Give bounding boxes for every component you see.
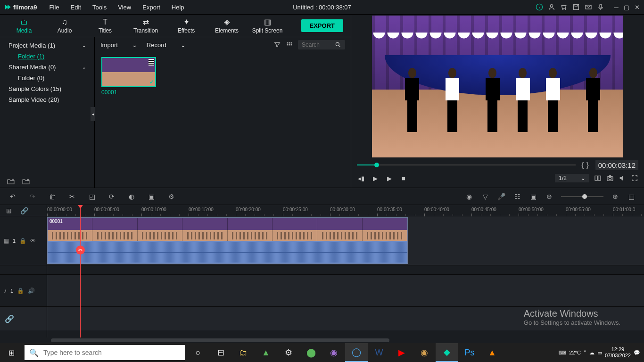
menu-help[interactable]: Help (167, 2, 189, 13)
crop-button[interactable]: ◰ (88, 192, 96, 201)
preview-viewport[interactable] (372, 16, 623, 157)
timeline-tracks[interactable]: 00:00:00:0000:00:05:0000:00:10:0000:00:1… (47, 205, 644, 337)
tab-audio[interactable]: ♫Audio (44, 15, 85, 37)
preview-quality-select[interactable]: 1/2⌄ (555, 174, 589, 182)
minimize-button[interactable]: ─ (613, 4, 619, 10)
link-icon[interactable]: 🔗 (20, 206, 28, 215)
split-button[interactable]: ✂ (68, 192, 76, 201)
tree-sample-video[interactable]: Sample Video (20) (0, 94, 94, 105)
tree-project-media[interactable]: Project Media (1)⌄ (0, 40, 94, 51)
tab-effects[interactable]: ✦Effects (166, 15, 206, 37)
grid-view-icon[interactable] (286, 41, 293, 49)
edge-icon[interactable]: ◯ (345, 343, 368, 362)
app-icon-3[interactable]: ◉ (322, 343, 345, 362)
battery-icon[interactable]: ▭ (597, 350, 602, 356)
tab-media[interactable]: 🗀Media (4, 15, 44, 37)
tree-folder-0[interactable]: Folder (0) (0, 73, 94, 83)
menu-edit[interactable]: Edit (66, 2, 86, 13)
fullscreen-icon[interactable] (631, 174, 638, 182)
adjust-button[interactable]: ⚙ (167, 192, 175, 201)
weather-temp[interactable]: 22°C (569, 350, 581, 355)
track-manager-icon[interactable]: ⊞ (5, 206, 13, 215)
timeline-clip[interactable]: 00001 (47, 217, 408, 264)
taskbar-search-input[interactable] (43, 349, 180, 356)
account-icon[interactable] (548, 3, 555, 11)
snapshot-icon[interactable] (606, 174, 614, 182)
zoom-in-button[interactable]: ⊕ (611, 192, 619, 201)
seek-thumb[interactable] (374, 163, 379, 167)
new-folder-icon[interactable] (7, 177, 15, 186)
timeline-ruler[interactable]: 00:00:00:0000:00:05:0000:00:10:0000:00:1… (47, 205, 644, 216)
lock-icon[interactable]: 🔒 (19, 238, 26, 244)
filmora-taskbar-icon[interactable]: ◆ (436, 343, 458, 362)
lock-icon[interactable]: 🔒 (17, 288, 24, 294)
green-screen-button[interactable]: ▣ (147, 192, 156, 201)
settings-icon[interactable]: ⚙ (277, 343, 300, 362)
search-input[interactable] (302, 41, 335, 48)
cart-icon[interactable] (560, 3, 568, 11)
onedrive-icon[interactable]: ☁ (589, 350, 594, 356)
tray-chevron-icon[interactable]: ˄ (584, 350, 586, 356)
task-view-icon[interactable]: ⊟ (209, 343, 232, 362)
search-icon[interactable] (335, 41, 341, 48)
volume-icon[interactable] (619, 174, 626, 182)
tab-split-screen[interactable]: ▥Split Screen (247, 15, 288, 37)
mark-in-icon[interactable]: { (581, 161, 584, 169)
mic-icon[interactable] (597, 3, 604, 11)
stop-button[interactable]: ■ (399, 174, 408, 182)
zoom-slider[interactable] (561, 196, 603, 197)
zoom-out-button[interactable]: ⊖ (545, 192, 553, 201)
zoom-fit-button[interactable]: ▥ (627, 192, 636, 201)
mixer-button[interactable]: ☷ (513, 192, 521, 201)
start-button[interactable]: ⊞ (0, 343, 23, 362)
speed-button[interactable]: ⟳ (107, 192, 116, 201)
menu-export[interactable]: Export (138, 2, 165, 13)
taskbar-clock[interactable]: 12:29 07/03/2022 (605, 346, 631, 359)
menu-tools[interactable]: Tools (88, 2, 111, 13)
color-button[interactable]: ◐ (127, 192, 136, 201)
render-button[interactable]: ◉ (465, 192, 473, 201)
export-button[interactable]: EXPORT (301, 19, 343, 32)
tab-titles[interactable]: TTitles (85, 15, 125, 37)
media-clip[interactable]: 00001 (101, 57, 156, 96)
cortana-icon[interactable]: ○ (187, 343, 209, 362)
search-box[interactable] (298, 40, 345, 49)
video-track[interactable]: 00001 (47, 216, 644, 265)
vlc-icon[interactable]: ▲ (481, 343, 504, 362)
app-icon-4[interactable]: ▶ (390, 343, 413, 362)
keyframe-button[interactable]: ▣ (529, 192, 537, 201)
import-dropdown[interactable]: Import⌄ (100, 41, 137, 49)
tab-transition[interactable]: ⇄Transition (125, 15, 166, 37)
link-icon[interactable]: 🔗 (5, 314, 14, 323)
delete-folder-icon[interactable] (22, 177, 30, 186)
redo-button[interactable]: ↷ (28, 192, 37, 201)
photoshop-icon[interactable]: Ps (458, 343, 481, 362)
undo-button[interactable]: ↶ (8, 192, 17, 201)
next-frame-button[interactable]: ▶ (385, 174, 394, 182)
timeline-scrollbar[interactable] (0, 337, 644, 343)
app-icon-2[interactable]: ⬤ (300, 343, 322, 362)
info-icon[interactable] (536, 3, 543, 11)
preview-seekbar[interactable]: {} 00:00:03:12 (355, 160, 640, 170)
prev-frame-button[interactable]: ◂▮ (357, 174, 365, 182)
notifications-icon[interactable]: 💬 (634, 350, 640, 356)
playhead[interactable]: ✂ (80, 205, 81, 337)
menu-view[interactable]: View (113, 2, 136, 13)
mail-icon[interactable] (585, 3, 592, 11)
mark-out-icon[interactable]: } (586, 161, 589, 169)
app-icon-1[interactable]: ▲ (255, 343, 277, 362)
play-button[interactable]: ▶ (371, 174, 380, 182)
keyboard-icon[interactable]: ⌨ (559, 350, 566, 356)
marker-button[interactable]: ▽ (481, 192, 489, 201)
tree-folder-1[interactable]: Folder (1) (0, 51, 94, 62)
filter-icon[interactable] (273, 41, 281, 49)
explorer-icon[interactable]: 🗂 (232, 343, 255, 362)
compare-icon[interactable] (594, 174, 602, 182)
word-icon[interactable]: W (368, 343, 390, 362)
delete-button[interactable]: 🗑 (48, 192, 57, 201)
mute-icon[interactable]: 🔊 (28, 288, 35, 294)
audio-track[interactable] (47, 275, 644, 307)
save-icon[interactable] (572, 3, 580, 11)
close-button[interactable]: ✕ (634, 4, 640, 10)
maximize-button[interactable]: ▢ (623, 4, 630, 10)
